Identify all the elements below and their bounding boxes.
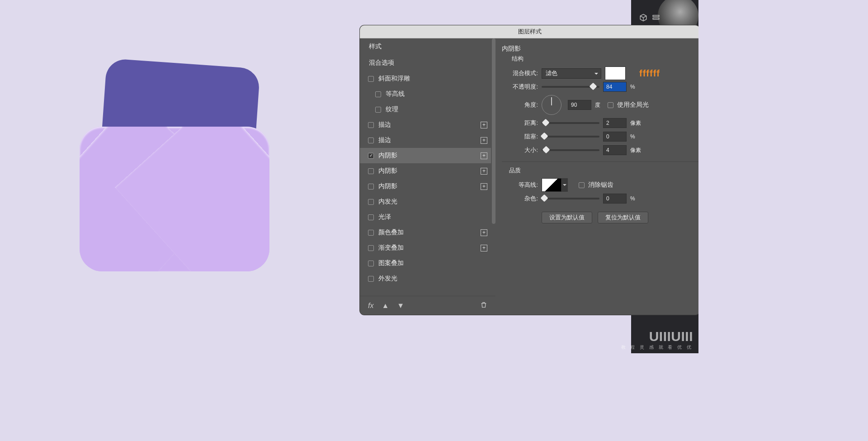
quality-label: 品质 — [509, 166, 698, 175]
percent-unit: % — [630, 195, 635, 202]
style-checkbox[interactable] — [368, 168, 374, 174]
style-label: 斜面和浮雕 — [378, 75, 410, 83]
effect-settings-column: 内阴影 结构 混合模式: 滤色 ffffff 不透明度: 84 % 角度: 90… — [495, 38, 698, 315]
noise-input[interactable]: 0 — [603, 194, 627, 204]
layer-style-dialog: 图层样式 样式 混合选项 斜面和浮雕等高线纹理描边+描边+内阴影+内阴影+内阴影… — [360, 25, 698, 315]
style-label: 描边 — [378, 121, 391, 129]
style-label: 图案叠加 — [378, 259, 404, 267]
svg-rect-0 — [653, 15, 659, 17]
style-checkbox[interactable] — [368, 138, 374, 143]
arrow-up-icon[interactable]: ▲ — [382, 302, 389, 310]
style-checkbox[interactable] — [368, 122, 374, 128]
blend-mode-select[interactable]: 滤色 — [542, 68, 601, 79]
pixel-unit: 像素 — [630, 147, 641, 154]
style-row[interactable]: 等高线 — [360, 86, 491, 102]
style-row[interactable]: 内阴影+ — [360, 163, 491, 179]
angle-input[interactable]: 90 — [568, 100, 591, 110]
style-checkbox[interactable] — [368, 245, 374, 251]
scrollbar[interactable] — [492, 38, 495, 224]
fx-icon[interactable]: fx — [368, 302, 373, 310]
add-effect-icon[interactable]: + — [481, 183, 487, 190]
style-label: 纹理 — [386, 105, 398, 114]
blend-options-header[interactable]: 混合选项 — [360, 55, 491, 71]
styles-header[interactable]: 样式 — [360, 38, 491, 55]
reset-default-button[interactable]: 复位为默认值 — [598, 212, 648, 223]
add-effect-icon[interactable]: + — [481, 152, 487, 159]
noise-slider[interactable] — [542, 198, 599, 199]
add-effect-icon[interactable]: + — [481, 245, 487, 251]
color-hex: ffffff — [639, 68, 660, 79]
structure-label: 结构 — [512, 55, 698, 63]
dialog-titlebar[interactable]: 图层样式 — [360, 25, 698, 38]
watermark-brand: UIIIUIII — [621, 329, 693, 344]
add-effect-icon[interactable]: + — [481, 122, 487, 128]
style-checkbox[interactable] — [368, 230, 374, 236]
style-row[interactable]: 纹理 — [360, 102, 491, 117]
dialog-title: 图层样式 — [518, 28, 542, 36]
style-row[interactable]: 光泽 — [360, 209, 491, 225]
contour-picker[interactable] — [542, 178, 561, 192]
style-row[interactable]: 颜色叠加+ — [360, 225, 491, 240]
antialias-checkbox[interactable] — [579, 182, 585, 188]
size-input[interactable]: 4 — [603, 145, 627, 155]
style-checkbox[interactable] — [375, 107, 381, 113]
style-checkbox[interactable] — [368, 76, 374, 82]
contour-label: 等高线: — [502, 181, 538, 189]
choke-label: 阻塞: — [502, 133, 538, 141]
angle-dial[interactable] — [542, 95, 561, 115]
add-effect-icon[interactable]: + — [481, 137, 487, 144]
style-checkbox[interactable] — [368, 153, 374, 159]
choke-slider[interactable] — [542, 136, 599, 138]
make-default-button[interactable]: 设置为默认值 — [542, 212, 592, 223]
distance-input[interactable]: 2 — [603, 118, 627, 128]
style-label: 内阴影 — [378, 167, 397, 175]
style-row[interactable]: 内阴影+ — [360, 148, 491, 163]
degree-unit: 度 — [595, 101, 600, 109]
style-row[interactable]: 渐变叠加+ — [360, 240, 491, 256]
style-row[interactable]: 描边+ — [360, 133, 491, 148]
styles-list-column: 样式 混合选项 斜面和浮雕等高线纹理描边+描边+内阴影+内阴影+内阴影+内发光光… — [360, 38, 495, 315]
style-row[interactable]: 图案叠加 — [360, 256, 491, 271]
style-row[interactable]: 内发光 — [360, 194, 491, 209]
color-swatch[interactable] — [605, 66, 626, 80]
arrow-down-icon[interactable]: ▼ — [397, 302, 404, 310]
contour-dropdown-icon[interactable] — [561, 178, 568, 192]
blend-mode-label: 混合模式: — [502, 69, 538, 77]
svg-rect-1 — [653, 18, 659, 19]
opacity-input[interactable]: 84 — [603, 82, 627, 92]
style-checkbox[interactable] — [368, 214, 374, 220]
style-label: 光泽 — [378, 213, 391, 221]
percent-unit: % — [630, 84, 635, 90]
style-row[interactable]: 描边+ — [360, 117, 491, 133]
style-label: 渐变叠加 — [378, 244, 404, 252]
size-slider[interactable] — [542, 149, 599, 151]
angle-label: 角度: — [502, 101, 538, 109]
cube-icon[interactable] — [639, 14, 647, 22]
antialias-label: 消除锯齿 — [588, 181, 613, 189]
style-checkbox[interactable] — [368, 184, 374, 190]
style-row[interactable]: 外发光 — [360, 271, 491, 286]
size-label: 大小: — [502, 146, 538, 154]
distance-slider[interactable] — [542, 122, 599, 124]
trash-icon[interactable] — [480, 301, 487, 310]
grid-toggle-icon[interactable] — [652, 14, 660, 22]
style-checkbox[interactable] — [368, 261, 374, 266]
opacity-label: 不透明度: — [502, 83, 538, 91]
style-row[interactable]: 内阴影+ — [360, 179, 491, 194]
opacity-slider[interactable] — [542, 86, 599, 88]
noise-label: 杂色: — [502, 194, 538, 203]
watermark: UIIIUIII 教 程 灵 感 就 看 优 优 — [621, 329, 693, 351]
global-light-checkbox[interactable] — [608, 102, 613, 108]
choke-input[interactable]: 0 — [603, 132, 627, 142]
add-effect-icon[interactable]: + — [481, 229, 487, 236]
distance-label: 距离: — [502, 119, 538, 127]
style-label: 颜色叠加 — [378, 228, 404, 237]
panel-title: 内阴影 — [502, 45, 698, 53]
style-checkbox[interactable] — [368, 199, 374, 205]
style-row[interactable]: 斜面和浮雕 — [360, 71, 491, 86]
watermark-sub: 教 程 灵 感 就 看 优 优 — [621, 344, 693, 351]
add-effect-icon[interactable]: + — [481, 168, 487, 175]
style-checkbox[interactable] — [368, 276, 374, 282]
envelope-illustration — [80, 68, 269, 271]
style-checkbox[interactable] — [375, 91, 381, 97]
